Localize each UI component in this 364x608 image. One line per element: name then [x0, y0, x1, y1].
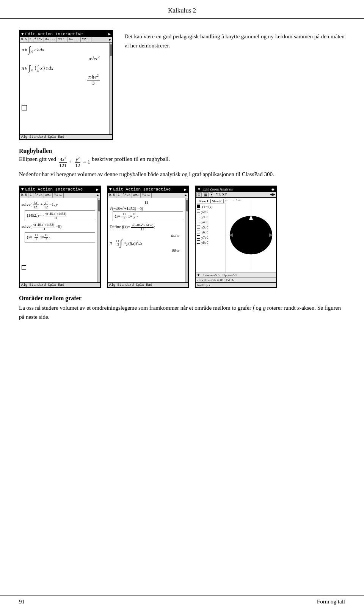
y8-checkbox[interactable] [197, 240, 200, 244]
graph-svg [226, 198, 276, 272]
beskriver-text: beskriver profilen til en rugbyball. [92, 156, 170, 162]
y4-checkbox[interactable] [197, 220, 200, 223]
top-calculator: ▼ Edit Action Interactive ▶ 0.5 1 f/dx a… [19, 30, 113, 140]
calc2-arrow: ▶ [184, 187, 187, 192]
calc1-t2[interactable]: 1 [28, 193, 33, 198]
grid-icon[interactable]: ⊞ [196, 192, 202, 197]
y-item-6: y6: 0 [197, 230, 224, 235]
calculator-3: ▼ Edit Zoom Analysis ◆ ⊞ ▦ ▪ Y1: XY ◀▶ S… [195, 186, 277, 288]
scroll-thumb [110, 44, 112, 56]
toolbar-item-4[interactable]: a=... [44, 37, 57, 42]
calc2-statusbar: Alg Standard Cplx Rad [108, 282, 188, 287]
calc-statusbar: Alg Standard Cplx Rad [20, 134, 112, 139]
calc2-body: 11 √(−48·x2+1452) =0) {x=−112, x=112} De… [108, 198, 185, 282]
calc2-scroll-thumb [186, 200, 188, 211]
calc1-arrow2[interactable]: ▶ [96, 193, 100, 198]
calc2-body-wrapper: 11 √(−48·x2+1452) =0) {x=−112, x=112} De… [108, 198, 188, 282]
calc1-checkbox [22, 265, 26, 270]
calc1-scrollbar[interactable] [97, 198, 100, 282]
calc1-titlebar: ▼ Edit Action Interactive ▶ [20, 186, 100, 193]
omrader-section: Områder mellom grafer La oss nå studere … [19, 295, 345, 321]
y2-label-text: y2: 0 [201, 209, 208, 215]
calc2-scrollbar[interactable] [185, 198, 188, 282]
calc1-t5[interactable]: Y1:… [53, 193, 64, 198]
calc-row: ▼ Edit Action Interactive ▶ 0.5 1 f/dx a… [19, 186, 345, 288]
calc1-t3[interactable]: f/dx [33, 193, 44, 198]
y-item-4: y4: 0 [197, 220, 224, 225]
y-list: Y1=f(x) y2: 0 y3: 0 y4: 0 [197, 205, 224, 246]
rugbyballen-title: Rugbyballen [19, 148, 345, 154]
tab-sheet1[interactable]: Sheet1 [197, 199, 210, 203]
calc3-status-text: Rad Cplx [197, 283, 210, 287]
calc-formula-2: π h ∫ 0 0 ⟨ r h [22, 64, 107, 72]
y-item-7: y7: 0 [197, 235, 224, 241]
calc2-t2[interactable]: 1 [116, 193, 121, 198]
calc-scrollbar[interactable] [109, 43, 112, 134]
calc-title-text: Edit Action Interactive [25, 32, 83, 36]
calc3-diamond: ◆ [271, 187, 275, 191]
lower-text: ▼ [197, 273, 200, 277]
y5-label-text: y5: 0 [201, 225, 208, 230]
calc1-toolbar: 0.5 1 f/dx a=… Y1:… ▶ [20, 193, 100, 198]
toolbar-item-3[interactable]: f/dx [33, 37, 44, 42]
toolbar-item-1[interactable]: 0.5 [20, 37, 28, 42]
calc1-line2: solve( √(-48·x2+1452)11 =0) [22, 222, 95, 231]
calculator-2: ▼ Edit Action Interactive ▶ 0.5 1 f/dx a… [107, 186, 189, 288]
calc2-titlebar: ▼ Edit Action Interactive ▶ [108, 186, 188, 193]
calc-arrow-icon: ▶ [108, 32, 111, 36]
tab-sheet2[interactable]: Sheet2 [210, 199, 224, 203]
integral-result-text: π∫f(x)²dx=276.46015351 [197, 278, 231, 282]
y3-checkbox[interactable] [197, 215, 200, 218]
y-item-5: y5: 0 [197, 225, 224, 230]
calc2-result1: {x=−112, x=112} [113, 211, 183, 222]
toolbar-item-5[interactable]: Y1:… [57, 37, 68, 42]
upper-value: Upper=5.5 [223, 273, 237, 277]
calc2-t3[interactable]: f/dx [121, 193, 132, 198]
y7-checkbox[interactable] [197, 235, 200, 239]
calc2-11: 11 [110, 200, 183, 205]
toolbar-item-6[interactable]: 6=... [68, 37, 81, 42]
calc2-arrow2[interactable]: ▶ [184, 193, 188, 198]
calc3-title: Edit Zoom Analysis [202, 187, 233, 191]
calc2-t1[interactable]: 0.5 [108, 193, 116, 198]
y2-checkbox[interactable] [197, 209, 200, 213]
y8-label-text: y8: 0 [201, 240, 208, 246]
calc2-toolbar: 0.5 1 f/dx a=… Y1:… ▶ [108, 193, 188, 198]
y3-label-text: y3: 0 [201, 215, 208, 220]
calc3-graph-area [226, 198, 276, 272]
y5-checkbox[interactable] [197, 225, 200, 228]
grid-icon3[interactable]: ▪ [210, 192, 213, 197]
y1-checkbox[interactable] [197, 205, 200, 208]
calc-result-2: π·h·r2 3 [22, 74, 100, 86]
xy-icon[interactable]: XY [222, 192, 227, 197]
calc1-t4[interactable]: a=… [44, 193, 53, 198]
calc2-define: Define f(x)= √(−48·x2+1452)11; [110, 223, 183, 232]
intro-text: Det kan være en god pedagogisk handling … [124, 30, 345, 140]
calc2-t5[interactable]: Y1:… [141, 193, 152, 198]
toolbar-item-7[interactable]: Y2:… [81, 37, 92, 42]
sheet-tabs: Sheet1 Sheet2 Sheet3 ◀▶ [197, 199, 224, 203]
italic-g: g [263, 305, 266, 311]
calc3-integral-bar: π∫f(x)²dx=276.46015351 ⊳ [196, 277, 276, 282]
page-number: 91 [19, 599, 25, 605]
calc-titlebar: ▼ Edit Action Interactive ▶ [20, 31, 112, 37]
calc1-line1: solve( 4x2121 + y212 =1, y [22, 200, 95, 209]
toolbar-arrow[interactable]: ▶ [108, 37, 112, 42]
calc2-done: done [110, 233, 179, 238]
calc1-body-wrapper: solve( 4x2121 + y212 =1, y {1452, y= - √… [20, 198, 100, 282]
calc2-t4[interactable]: a=… [132, 193, 141, 198]
calc-body: π h ∫ 0 0 r2dx [20, 43, 109, 134]
page-title: Kalkulus 2 [168, 7, 196, 14]
calc-formula-1: π h ∫ 0 0 r2dx [22, 46, 107, 54]
footer-text: Form og tall [317, 599, 345, 605]
y6-checkbox[interactable] [197, 230, 200, 233]
y1-label[interactable]: Y1: [216, 192, 221, 197]
calc1-title: Edit Action Interactive [25, 187, 83, 192]
calc1-t1[interactable]: 0.5 [20, 193, 28, 198]
toolbar-item-2[interactable]: 1 [28, 37, 33, 42]
grid-icon2[interactable]: ▦ [203, 192, 209, 197]
rugbyballen-section: Rugbyballen Ellipsen gitt ved 4x2 121 + … [19, 148, 345, 179]
lower-value: Lower=-5.5 [203, 273, 220, 277]
fraction-4x2: 4x2 121 [58, 156, 67, 168]
ellipsen-line: Ellipsen gitt ved 4x2 121 + y2 12 = 1 be… [19, 156, 345, 168]
